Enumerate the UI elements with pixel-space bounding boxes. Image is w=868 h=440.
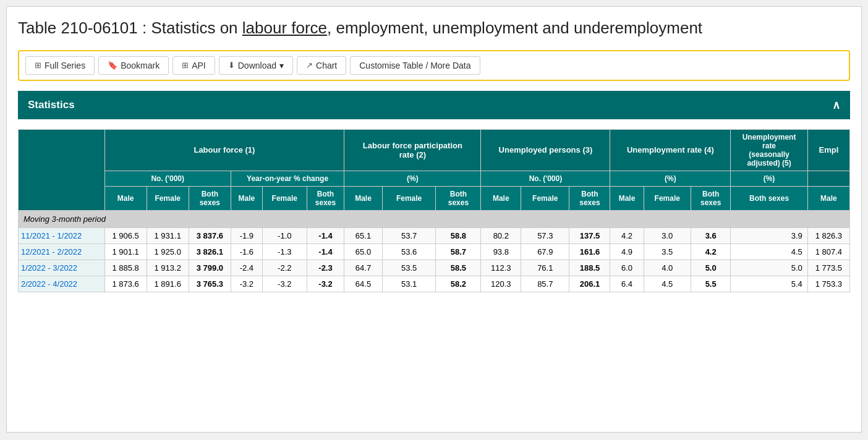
- data-cell: -1.6: [231, 243, 262, 260]
- sex-row: Male Female Bothsexes Male Female Bothse…: [19, 186, 850, 210]
- both-ur-seasonal: Both sexes: [731, 186, 807, 210]
- male-yoy: Male: [231, 186, 262, 210]
- data-cell: 57.3: [521, 227, 569, 243]
- male-empl: Male: [807, 186, 849, 210]
- male-ur: Male: [610, 186, 644, 210]
- data-cell: 80.2: [481, 227, 521, 243]
- data-cell: 5.4: [731, 276, 807, 292]
- data-cell: 53.1: [382, 276, 436, 292]
- bookmark-label: Bookmark: [121, 61, 160, 70]
- data-cell: -1.3: [262, 243, 307, 260]
- both-lfpr: Bothsexes: [436, 186, 481, 210]
- data-cell: 64.7: [344, 260, 382, 276]
- data-cell-bold: 3 837.6: [189, 227, 231, 243]
- data-cell-bold: -3.2: [307, 276, 344, 292]
- download-icon: ⬇: [228, 61, 235, 70]
- statistics-title: Statistics: [28, 99, 75, 111]
- data-cell: 1 901.1: [104, 243, 147, 260]
- female-up: Female: [521, 186, 569, 210]
- download-button[interactable]: ⬇ Download ▾: [219, 56, 293, 75]
- unemployment-rate-header: Unemployment rate (4): [610, 129, 731, 171]
- unemployed-persons-header: Unemployed persons (3): [481, 129, 610, 171]
- period-cell: 1/2022 - 3/2022: [19, 260, 105, 276]
- data-cell: 85.7: [521, 276, 569, 292]
- moving-3month-label: Moving 3-month period: [19, 210, 850, 227]
- labour-force-header: Labour force (1): [104, 129, 344, 171]
- page-title: Table 210-06101 : Statistics on labour f…: [18, 18, 850, 39]
- data-cell: 3.5: [644, 243, 691, 260]
- participation-rate-header: Labour force participationrate (2): [344, 129, 481, 171]
- table-row: 11/2021 - 1/2022 1 906.5 1 931.1 3 837.6…: [19, 227, 850, 243]
- data-cell: 1 885.8: [104, 260, 147, 276]
- data-cell-bold: 5.5: [691, 276, 731, 292]
- data-cell: 1 891.6: [147, 276, 189, 292]
- data-cell: 93.8: [481, 243, 521, 260]
- chart-button[interactable]: ↗ Chart: [297, 56, 346, 75]
- data-cell: 6.4: [610, 276, 644, 292]
- data-cell: 4.2: [610, 227, 644, 243]
- data-cell: 3.9: [731, 227, 807, 243]
- table-row: 1/2022 - 3/2022 1 885.8 1 913.2 3 799.0 …: [19, 260, 850, 276]
- data-cell-bold: 3.6: [691, 227, 731, 243]
- data-cell-bold: 4.2: [691, 243, 731, 260]
- both-up: Bothsexes: [569, 186, 610, 210]
- download-label: Download: [238, 61, 276, 70]
- data-cell: 4.9: [610, 243, 644, 260]
- data-cell: 1 906.5: [104, 227, 147, 243]
- yoy-pct-header: Year-on-year % change: [231, 171, 344, 186]
- female-lf: Female: [147, 186, 189, 210]
- data-cell: -1.0: [262, 227, 307, 243]
- page-container: Table 210-06101 : Statistics on labour f…: [6, 6, 862, 433]
- unemployment-seasonal-header: Unemploymentrate(seasonallyadjusted) (5): [731, 129, 807, 171]
- period-cell: 12/2021 - 2/2022: [19, 243, 105, 260]
- customise-label: Customise Table / More Data: [359, 61, 470, 70]
- sex-label: Male: [104, 186, 147, 210]
- chevron-up-icon: ∧: [832, 98, 840, 112]
- data-cell: 76.1: [521, 260, 569, 276]
- data-cell-bold: 3 826.1: [189, 243, 231, 260]
- pct-header-2: (%): [610, 171, 731, 186]
- statistics-section-header[interactable]: Statistics ∧: [18, 91, 850, 119]
- female-ur: Female: [644, 186, 691, 210]
- data-cell: 3.0: [644, 227, 691, 243]
- data-cell: 1 773.5: [807, 260, 849, 276]
- data-cell: 64.5: [344, 276, 382, 292]
- data-cell: 53.6: [382, 243, 436, 260]
- title-link: labour force: [242, 19, 327, 37]
- data-cell: 65.0: [344, 243, 382, 260]
- data-cell: 67.9: [521, 243, 569, 260]
- customise-button[interactable]: Customise Table / More Data: [350, 56, 480, 75]
- full-series-button[interactable]: ⊞ Full Series: [25, 56, 95, 75]
- bookmark-button[interactable]: 🔖 Bookmark: [98, 56, 169, 75]
- data-cell-bold: 206.1: [569, 276, 610, 292]
- chart-label: Chart: [316, 61, 337, 70]
- female-lfpr: Female: [382, 186, 436, 210]
- data-cell: 4.5: [731, 243, 807, 260]
- data-cell: -2.2: [262, 260, 307, 276]
- table-row: 12/2021 - 2/2022 1 901.1 1 925.0 3 826.1…: [19, 243, 850, 260]
- data-cell: -1.9: [231, 227, 262, 243]
- api-button[interactable]: ⊞ API: [172, 56, 215, 75]
- title-prefix: Table 210-06101 : Statistics on: [18, 19, 242, 37]
- data-cell: -3.2: [262, 276, 307, 292]
- full-series-label: Full Series: [45, 61, 85, 70]
- male-lfpr: Male: [344, 186, 382, 210]
- data-cell: 1 873.6: [104, 276, 147, 292]
- data-cell-bold: 58.5: [436, 260, 481, 276]
- section-label-row: Moving 3-month period: [19, 210, 850, 227]
- data-cell-bold: 188.5: [569, 260, 610, 276]
- download-chevron-icon: ▾: [279, 61, 284, 70]
- both-lf: Bothsexes: [189, 186, 231, 210]
- data-cell: 53.7: [382, 227, 436, 243]
- no-000-header-2: No. ('000): [481, 171, 610, 186]
- data-cell-bold: 5.0: [691, 260, 731, 276]
- female-yoy: Female: [262, 186, 307, 210]
- period-cell: 11/2021 - 1/2022: [19, 227, 105, 243]
- api-label: API: [192, 61, 206, 70]
- pct-header-3: (%): [731, 171, 807, 186]
- male-up: Male: [481, 186, 521, 210]
- data-cell-bold: -2.3: [307, 260, 344, 276]
- data-cell-bold: -1.4: [307, 243, 344, 260]
- data-cell-bold: 3 799.0: [189, 260, 231, 276]
- title-suffix: , employment, unemployment and underempl…: [327, 19, 702, 37]
